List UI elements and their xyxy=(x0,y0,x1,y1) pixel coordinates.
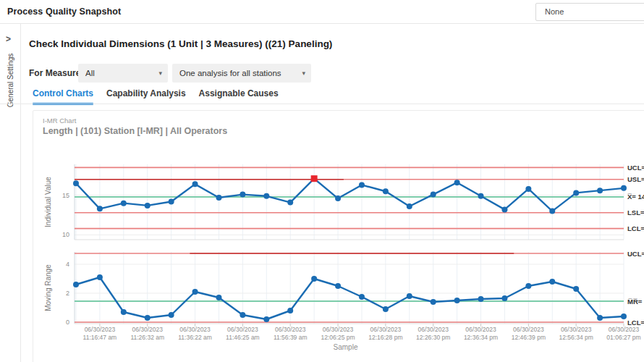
chart-subtitle: Length | (101) Station [I-MR] | All Oper… xyxy=(43,126,227,136)
analysis-select[interactable]: One analysis for all stations ▾ xyxy=(172,64,311,83)
tab-assignable-causes[interactable]: Assignable Causes xyxy=(199,88,279,105)
main-layout: > General Settings Check Individual Dime… xyxy=(0,24,644,362)
tab-capability-analysis[interactable]: Capability Analysis xyxy=(106,88,186,105)
measure-select[interactable]: All ▾ xyxy=(78,64,168,83)
general-settings-label: General Settings xyxy=(7,54,14,108)
chevron-down-icon: ▾ xyxy=(302,64,305,83)
tab-strip-divider xyxy=(0,104,644,104)
none-dropdown[interactable]: None xyxy=(535,3,644,21)
general-settings-rail[interactable]: > General Settings xyxy=(0,24,21,362)
tab-control-charts[interactable]: Control Charts xyxy=(33,88,93,105)
page-title: Check Individual Dimensions (1 Unit | 3 … xyxy=(29,38,332,49)
chart-card: I-MR Chart Length | (101) Station [I-MR]… xyxy=(33,110,644,362)
app-title: Process Quality Snapshot xyxy=(7,7,121,17)
top-bar: Process Quality Snapshot None xyxy=(0,0,644,24)
tab-strip: Control Charts Capability Analysis Assig… xyxy=(33,88,279,105)
analysis-select-value: One analysis for all stations xyxy=(179,69,281,77)
measure-select-value: All xyxy=(85,69,95,77)
for-measure-label: For Measure: xyxy=(29,68,83,78)
chevron-down-icon: ▾ xyxy=(158,64,162,83)
chart-type-label: I-MR Chart xyxy=(43,117,76,125)
expand-panel-chevron-icon[interactable]: > xyxy=(6,34,11,44)
